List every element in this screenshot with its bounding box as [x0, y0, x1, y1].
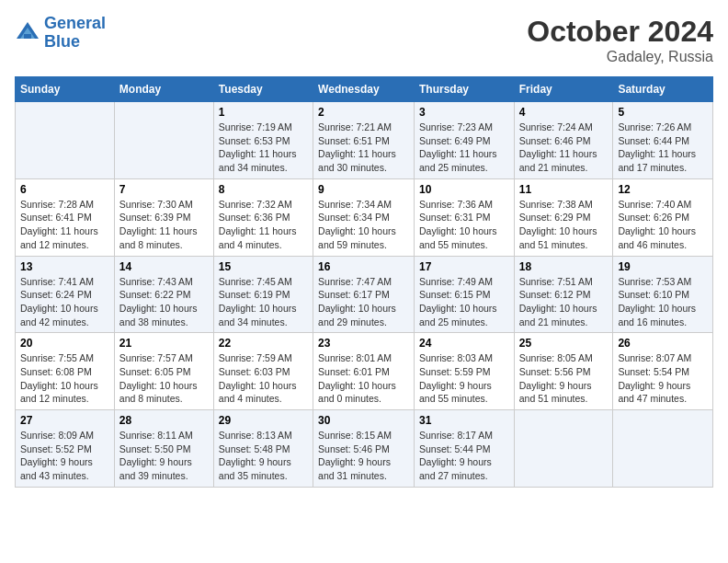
calendar-cell: 1Sunrise: 7:19 AMSunset: 6:53 PMDaylight… — [213, 102, 313, 179]
day-number: 8 — [219, 183, 308, 196]
calendar-cell: 21Sunrise: 7:57 AMSunset: 6:05 PMDayligh… — [114, 333, 213, 410]
day-number: 7 — [119, 183, 209, 196]
day-info: Sunrise: 7:47 AMSunset: 6:17 PMDaylight:… — [318, 276, 396, 327]
day-info: Sunrise: 7:55 AMSunset: 6:08 PMDaylight:… — [20, 352, 98, 404]
calendar-cell: 25Sunrise: 8:05 AMSunset: 5:56 PMDayligh… — [514, 333, 613, 410]
weekday-header-saturday: Saturday — [613, 77, 713, 102]
day-info: Sunrise: 8:05 AMSunset: 5:56 PMDaylight:… — [519, 352, 593, 404]
weekday-header-tuesday: Tuesday — [213, 77, 313, 102]
calendar-cell: 14Sunrise: 7:43 AMSunset: 6:22 PMDayligh… — [114, 256, 213, 333]
day-info: Sunrise: 7:49 AMSunset: 6:15 PMDaylight:… — [419, 276, 497, 327]
calendar-subtitle: Gadaley, Russia — [527, 49, 713, 65]
weekday-header-sunday: Sunday — [16, 77, 115, 102]
day-info: Sunrise: 7:53 AMSunset: 6:10 PMDaylight:… — [618, 276, 696, 327]
day-number: 17 — [419, 260, 509, 273]
day-number: 29 — [219, 414, 308, 427]
day-number: 12 — [618, 183, 708, 196]
day-info: Sunrise: 7:32 AMSunset: 6:36 PMDaylight:… — [219, 199, 297, 250]
calendar-cell: 2Sunrise: 7:21 AMSunset: 6:51 PMDaylight… — [313, 102, 415, 179]
day-info: Sunrise: 7:45 AMSunset: 6:19 PMDaylight:… — [219, 276, 297, 327]
day-number: 6 — [20, 183, 109, 196]
calendar-week-row: 20Sunrise: 7:55 AMSunset: 6:08 PMDayligh… — [16, 333, 713, 410]
day-info: Sunrise: 7:41 AMSunset: 6:24 PMDaylight:… — [20, 276, 98, 327]
calendar-cell: 26Sunrise: 8:07 AMSunset: 5:54 PMDayligh… — [613, 333, 713, 410]
calendar-cell: 22Sunrise: 7:59 AMSunset: 6:03 PMDayligh… — [213, 333, 313, 410]
day-info: Sunrise: 7:24 AMSunset: 6:46 PMDaylight:… — [519, 121, 597, 173]
title-block: October 2024 Gadaley, Russia — [527, 15, 713, 65]
day-number: 15 — [219, 260, 308, 273]
day-info: Sunrise: 8:15 AMSunset: 5:46 PMDaylight:… — [318, 430, 392, 481]
day-info: Sunrise: 7:38 AMSunset: 6:29 PMDaylight:… — [519, 199, 597, 250]
weekday-header-monday: Monday — [114, 77, 213, 102]
day-number: 21 — [119, 337, 209, 350]
day-info: Sunrise: 7:26 AMSunset: 6:44 PMDaylight:… — [618, 121, 696, 173]
calendar-cell: 17Sunrise: 7:49 AMSunset: 6:15 PMDayligh… — [414, 256, 514, 333]
day-info: Sunrise: 7:57 AMSunset: 6:05 PMDaylight:… — [119, 352, 198, 404]
day-number: 11 — [519, 183, 609, 196]
day-number: 24 — [419, 337, 509, 350]
day-info: Sunrise: 7:43 AMSunset: 6:22 PMDaylight:… — [119, 276, 198, 327]
day-info: Sunrise: 7:19 AMSunset: 6:53 PMDaylight:… — [219, 121, 297, 173]
day-info: Sunrise: 7:51 AMSunset: 6:12 PMDaylight:… — [519, 276, 597, 327]
calendar-cell: 4Sunrise: 7:24 AMSunset: 6:46 PMDaylight… — [514, 102, 613, 179]
calendar-cell: 10Sunrise: 7:36 AMSunset: 6:31 PMDayligh… — [414, 178, 514, 256]
day-number: 31 — [419, 414, 509, 427]
day-number: 4 — [519, 106, 609, 119]
day-number: 9 — [318, 183, 409, 196]
day-number: 5 — [618, 106, 708, 119]
calendar-cell: 6Sunrise: 7:28 AMSunset: 6:41 PMDaylight… — [16, 178, 115, 256]
weekday-header-friday: Friday — [514, 77, 613, 102]
weekday-header-thursday: Thursday — [414, 77, 514, 102]
day-number: 2 — [318, 106, 409, 119]
calendar-title: October 2024 — [527, 15, 713, 49]
calendar-cell: 9Sunrise: 7:34 AMSunset: 6:34 PMDaylight… — [313, 178, 415, 256]
day-info: Sunrise: 7:28 AMSunset: 6:41 PMDaylight:… — [20, 199, 98, 250]
day-info: Sunrise: 7:59 AMSunset: 6:03 PMDaylight:… — [219, 352, 297, 404]
day-number: 13 — [20, 260, 109, 273]
day-info: Sunrise: 8:09 AMSunset: 5:52 PMDaylight:… — [20, 430, 94, 481]
day-info: Sunrise: 8:11 AMSunset: 5:50 PMDaylight:… — [119, 430, 193, 481]
svg-rect-2 — [24, 34, 31, 39]
calendar-week-row: 13Sunrise: 7:41 AMSunset: 6:24 PMDayligh… — [16, 256, 713, 333]
calendar-cell: 29Sunrise: 8:13 AMSunset: 5:48 PMDayligh… — [213, 410, 313, 488]
day-info: Sunrise: 8:07 AMSunset: 5:54 PMDaylight:… — [618, 352, 691, 404]
day-number: 20 — [20, 337, 109, 350]
day-info: Sunrise: 7:34 AMSunset: 6:34 PMDaylight:… — [318, 199, 396, 250]
day-info: Sunrise: 7:21 AMSunset: 6:51 PMDaylight:… — [318, 121, 396, 173]
calendar-cell: 5Sunrise: 7:26 AMSunset: 6:44 PMDaylight… — [613, 102, 713, 179]
day-info: Sunrise: 7:23 AMSunset: 6:49 PMDaylight:… — [419, 121, 497, 173]
calendar-cell: 30Sunrise: 8:15 AMSunset: 5:46 PMDayligh… — [313, 410, 415, 488]
day-number: 16 — [318, 260, 409, 273]
calendar-cell: 15Sunrise: 7:45 AMSunset: 6:19 PMDayligh… — [213, 256, 313, 333]
logo-text-general: General — [44, 14, 106, 32]
calendar-cell — [114, 102, 213, 179]
calendar-cell: 16Sunrise: 7:47 AMSunset: 6:17 PMDayligh… — [313, 256, 415, 333]
calendar-cell — [613, 410, 713, 488]
calendar-cell: 11Sunrise: 7:38 AMSunset: 6:29 PMDayligh… — [514, 178, 613, 256]
day-number: 1 — [219, 106, 308, 119]
day-info: Sunrise: 7:36 AMSunset: 6:31 PMDaylight:… — [419, 199, 497, 250]
day-number: 30 — [318, 414, 409, 427]
calendar-cell: 8Sunrise: 7:32 AMSunset: 6:36 PMDaylight… — [213, 178, 313, 256]
calendar-cell: 23Sunrise: 8:01 AMSunset: 6:01 PMDayligh… — [313, 333, 415, 410]
weekday-header-row: SundayMondayTuesdayWednesdayThursdayFrid… — [16, 77, 713, 102]
logo: General Blue — [15, 15, 106, 52]
calendar-cell — [16, 102, 115, 179]
day-number: 18 — [519, 260, 609, 273]
logo-icon — [15, 20, 40, 46]
day-number: 3 — [419, 106, 509, 119]
day-info: Sunrise: 8:13 AMSunset: 5:48 PMDaylight:… — [219, 430, 292, 481]
day-info: Sunrise: 8:01 AMSunset: 6:01 PMDaylight:… — [318, 352, 396, 404]
day-number: 14 — [119, 260, 209, 273]
day-info: Sunrise: 8:03 AMSunset: 5:59 PMDaylight:… — [419, 352, 493, 404]
day-number: 28 — [119, 414, 209, 427]
page-header: General Blue October 2024 Gadaley, Russi… — [15, 15, 713, 65]
weekday-header-wednesday: Wednesday — [313, 77, 415, 102]
day-info: Sunrise: 7:40 AMSunset: 6:26 PMDaylight:… — [618, 199, 696, 250]
calendar-week-row: 1Sunrise: 7:19 AMSunset: 6:53 PMDaylight… — [16, 102, 713, 179]
calendar-cell: 28Sunrise: 8:11 AMSunset: 5:50 PMDayligh… — [114, 410, 213, 488]
calendar-week-row: 6Sunrise: 7:28 AMSunset: 6:41 PMDaylight… — [16, 178, 713, 256]
calendar-cell: 3Sunrise: 7:23 AMSunset: 6:49 PMDaylight… — [414, 102, 514, 179]
logo-text-blue: Blue — [44, 32, 80, 51]
calendar-week-row: 27Sunrise: 8:09 AMSunset: 5:52 PMDayligh… — [16, 410, 713, 488]
